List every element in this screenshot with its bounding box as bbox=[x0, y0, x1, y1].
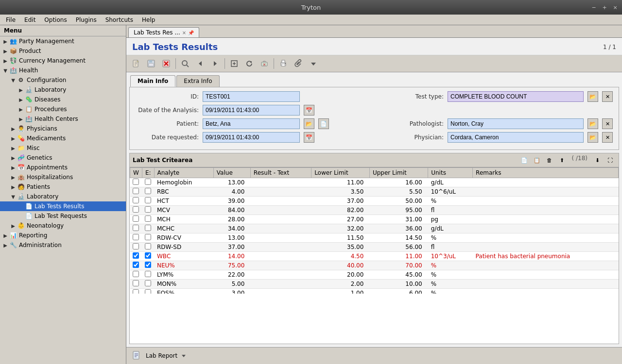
datereq-calendar-button[interactable]: 📅 bbox=[304, 132, 314, 143]
cell-w[interactable] bbox=[130, 261, 142, 270]
sidebar-item-health[interactable]: ▼ 🏥 Health bbox=[0, 66, 126, 75]
checkbox-w[interactable] bbox=[133, 206, 139, 213]
sidebar-item-configuration[interactable]: ▼ ⚙ Configuration bbox=[0, 75, 126, 85]
sidebar-item-genetics[interactable]: ▶ 🧬 Genetics bbox=[0, 153, 126, 163]
cell-w[interactable] bbox=[130, 289, 142, 294]
checkbox-e[interactable] bbox=[145, 215, 151, 222]
checkbox-w[interactable] bbox=[133, 179, 139, 185]
checkbox-e[interactable] bbox=[145, 262, 151, 268]
cell-e[interactable] bbox=[142, 197, 154, 206]
sidebar-item-administration[interactable]: ▶ 🔧 Administration bbox=[0, 240, 126, 250]
patient-input[interactable] bbox=[203, 118, 300, 129]
sidebar-item-health-centers[interactable]: ▶ 🏥 Health Centers bbox=[0, 114, 126, 124]
sidebar-item-currency[interactable]: ▶ 💱 Currency Management bbox=[0, 56, 126, 66]
sidebar-item-patients[interactable]: ▶ 🧑 Patients bbox=[0, 182, 126, 192]
pathologist-input[interactable] bbox=[448, 118, 584, 129]
cell-e[interactable] bbox=[142, 187, 154, 197]
checkbox-w[interactable] bbox=[133, 225, 139, 231]
checkbox-w[interactable] bbox=[133, 243, 139, 249]
table-row[interactable]: RDW-CV 13.00 11.50 14.50 % bbox=[130, 233, 619, 243]
date-calendar-button[interactable]: 📅 bbox=[304, 105, 314, 116]
grid-up-button[interactable]: ⬆ bbox=[556, 155, 568, 165]
checkbox-e[interactable] bbox=[145, 289, 151, 294]
sidebar-item-medicaments[interactable]: ▶ 💊 Medicaments bbox=[0, 133, 126, 143]
sidebar-item-party-management[interactable]: ▶ 👥 Party Management bbox=[0, 36, 126, 46]
menu-help[interactable]: Help bbox=[138, 16, 159, 24]
checkbox-w[interactable] bbox=[133, 197, 139, 203]
cell-e[interactable] bbox=[142, 215, 154, 224]
checkbox-e[interactable] bbox=[145, 243, 151, 249]
sidebar-item-physicians[interactable]: ▶ 👨‍⚕️ Physicians bbox=[0, 124, 126, 133]
cell-w[interactable] bbox=[130, 243, 142, 252]
expand-button[interactable] bbox=[227, 57, 241, 70]
cell-w[interactable] bbox=[130, 215, 142, 224]
menu-plugins[interactable]: Plugins bbox=[72, 16, 101, 24]
cell-w[interactable] bbox=[130, 233, 142, 243]
checkbox-w[interactable] bbox=[133, 252, 139, 259]
checkbox-e[interactable] bbox=[145, 179, 151, 185]
find-button[interactable] bbox=[178, 57, 192, 70]
cell-w[interactable] bbox=[130, 270, 142, 280]
delete-button[interactable] bbox=[159, 57, 173, 70]
table-row[interactable]: HCT 39.00 37.00 50.00 % bbox=[130, 197, 619, 206]
cell-w[interactable] bbox=[130, 187, 142, 197]
clear-button[interactable] bbox=[258, 57, 271, 70]
minimize-button[interactable]: − bbox=[589, 3, 598, 12]
checkbox-w[interactable] bbox=[133, 262, 139, 268]
checkbox-e[interactable] bbox=[145, 188, 151, 194]
cell-w[interactable] bbox=[130, 252, 142, 261]
physician-input[interactable] bbox=[448, 132, 584, 143]
checkbox-e[interactable] bbox=[145, 206, 151, 213]
checkbox-e[interactable] bbox=[145, 234, 151, 240]
sidebar-item-laboratory-config[interactable]: ▶ 🔬 Laboratory bbox=[0, 85, 126, 95]
grid-delete-button[interactable]: 🗑 bbox=[544, 155, 555, 165]
checkbox-e[interactable] bbox=[145, 197, 151, 203]
table-row[interactable]: MCHC 34.00 32.00 36.00 g/dL bbox=[130, 224, 619, 233]
cell-e[interactable] bbox=[142, 270, 154, 280]
table-row[interactable]: NEU% 75.00 40.00 70.00 % bbox=[130, 261, 619, 270]
test-type-input[interactable] bbox=[448, 91, 584, 102]
print-button[interactable] bbox=[276, 57, 290, 70]
checkbox-e[interactable] bbox=[145, 225, 151, 231]
cell-e[interactable] bbox=[142, 289, 154, 294]
table-row[interactable]: RBC 4.00 3.50 5.50 10^6/uL bbox=[130, 187, 619, 197]
tab-main-info[interactable]: Main Info bbox=[130, 75, 175, 87]
patient-browse-button[interactable]: 📂 bbox=[304, 118, 314, 129]
patient-new-button[interactable]: 📄 bbox=[318, 118, 329, 129]
checkbox-w[interactable] bbox=[133, 280, 139, 286]
table-row[interactable]: LYM% 22.00 20.00 45.00 % bbox=[130, 270, 619, 280]
date-requested-input[interactable] bbox=[203, 132, 300, 143]
sidebar-item-appointments[interactable]: ▶ 📅 Appointments bbox=[0, 163, 126, 172]
tab-lab-tests-results[interactable]: Lab Tests Res ... × 📌 bbox=[128, 27, 199, 37]
checkbox-w[interactable] bbox=[133, 289, 139, 294]
table-row[interactable]: WBC 14.00 4.50 11.00 10^3/uL Patient has… bbox=[130, 252, 619, 261]
grid-copy-button[interactable]: 📋 bbox=[531, 155, 543, 165]
sidebar-item-neonatology[interactable]: ▶ 👶 Neonatology bbox=[0, 221, 126, 231]
cell-e[interactable] bbox=[142, 206, 154, 215]
sidebar-item-hospitalizations[interactable]: ▶ 🏨 Hospitalizations bbox=[0, 172, 126, 182]
sidebar-item-product[interactable]: ▶ 📦 Product bbox=[0, 46, 126, 56]
prev-button[interactable] bbox=[193, 57, 207, 70]
checkbox-w[interactable] bbox=[133, 271, 139, 277]
cell-w[interactable] bbox=[130, 197, 142, 206]
cell-w[interactable] bbox=[130, 280, 142, 289]
physician-clear-button[interactable]: ✕ bbox=[602, 132, 613, 143]
menu-edit[interactable]: Edit bbox=[20, 16, 39, 24]
sidebar-item-reporting[interactable]: ▶ 📊 Reporting bbox=[0, 231, 126, 240]
pathologist-browse-button[interactable]: 📂 bbox=[587, 118, 598, 129]
grid-new-button[interactable]: 📄 bbox=[518, 155, 530, 165]
tab-extra-info[interactable]: Extra Info bbox=[176, 75, 219, 87]
test-type-browse-button[interactable]: 📂 bbox=[587, 91, 598, 102]
grid-scroll-area[interactable]: W E: Analyte Value Result - Text Lower L… bbox=[130, 167, 619, 294]
checkbox-w[interactable] bbox=[133, 215, 139, 222]
id-input[interactable] bbox=[203, 91, 300, 102]
cell-w[interactable] bbox=[130, 224, 142, 233]
more-button[interactable] bbox=[307, 57, 320, 70]
checkbox-e[interactable] bbox=[145, 252, 151, 259]
cell-e[interactable] bbox=[142, 243, 154, 252]
table-row[interactable]: MCH 28.00 27.00 31.00 pg bbox=[130, 215, 619, 224]
cell-e[interactable] bbox=[142, 178, 154, 187]
checkbox-w[interactable] bbox=[133, 234, 139, 240]
sidebar-item-diseases[interactable]: ▶ 🦠 Diseases bbox=[0, 95, 126, 104]
sidebar-item-misc[interactable]: ▶ 📁 Misc bbox=[0, 143, 126, 153]
